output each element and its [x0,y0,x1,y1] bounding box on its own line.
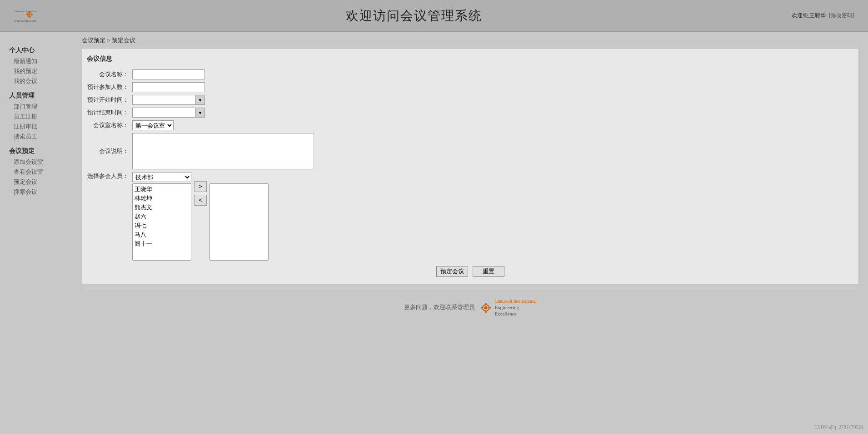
svg-rect-14 [481,307,483,308]
sidebar-item-my-reservations[interactable]: 我的预定 [9,66,73,76]
transfer-left-btn[interactable]: < [194,195,207,206]
footer-brand-text: Chinasoft International Engineering Exce… [494,298,536,317]
end-time-wrapper: ▼ [132,108,205,118]
participants-row: 预计参加人数： [87,82,854,92]
participant-selector-row: 选择参会人员： 技术部销售部行政部 王晓华林雄坤熊杰文赵六冯七马八阁十一 > < [87,172,854,261]
sidebar-item-notices[interactable]: 最新通知 [9,56,73,66]
footer-logo: Chinasoft International Engineering Exce… [479,298,536,317]
form-panel: 会议信息 会议名称： 预计参加人数： 预计开始时间： ▼ 预 [82,48,859,284]
room-select[interactable]: 第一会议室第二会议室第三会议室 [132,120,174,130]
sidebar: 个人中心 最新通知 我的预定 我的会议 人员管理 部门管理 员工注册 注册审批 … [0,32,73,422]
participant-selector-label: 选择参会人员： [87,172,132,180]
start-time-row: 预计开始时间： ▼ [87,95,854,105]
start-time-label: 预计开始时间： [87,96,132,104]
content: 会议预定 > 预定会议 会议信息 会议名称： 预计参加人数： 预计开始时间： ▼ [73,32,868,422]
description-input[interactable] [132,133,314,169]
reserve-btn[interactable]: 预定会议 [436,266,468,277]
svg-rect-15 [489,307,491,308]
sidebar-item-my-meetings[interactable]: 我的会议 [9,76,73,86]
footer-text: 更多问题，欢迎联系管理员 [404,304,475,311]
room-name-label: 会议室名称： [87,121,132,129]
description-row: 会议说明： [87,133,854,169]
svg-rect-12 [485,303,487,305]
sidebar-item-register-approval[interactable]: 注册审批 [9,122,73,132]
start-time-input[interactable] [133,95,195,104]
dept-select[interactable]: 技术部销售部行政部 [132,172,191,182]
transfer-right-btn[interactable]: > [194,181,207,192]
panel-title: 会议信息 [82,53,858,67]
sidebar-section-personal: 个人中心 [9,46,73,54]
participant-area: 技术部销售部行政部 王晓华林雄坤熊杰文赵六冯七马八阁十一 > < [132,172,269,261]
meeting-name-row: 会议名称： [87,69,854,79]
meeting-name-input[interactable] [132,69,205,79]
end-time-picker-btn[interactable]: ▼ [195,108,205,117]
start-time-wrapper: ▼ [132,95,205,105]
sidebar-item-employee-register[interactable]: 员工注册 [9,112,73,122]
sidebar-section-personnel: 人员管理 [9,92,73,100]
logo-icon: Chinasoft International Engineering Exce… [14,7,36,25]
reset-btn[interactable]: 重置 [473,266,504,277]
svg-point-2 [28,13,30,15]
sidebar-item-search-meeting[interactable]: 搜索会议 [9,187,73,197]
description-label: 会议说明： [87,147,132,155]
participants-label: 预计参加人数： [87,83,132,91]
footer: 更多问题，欢迎联系管理员 Chinasoft International Eng… [82,289,859,322]
left-participant-list[interactable]: 王晓华林雄坤熊杰文赵六冯七马八阁十一 [132,183,191,261]
watermark: CSDN @q_2781179521 [814,424,863,429]
main-container: 个人中心 最新通知 我的预定 我的会议 人员管理 部门管理 员工注册 注册审批 … [0,32,868,422]
meeting-name-label: 会议名称： [87,70,132,79]
header-title: 欢迎访问会议管理系统 [346,7,482,25]
action-row: 预定会议 重置 [82,266,858,277]
svg-text:Chinasoft International: Chinasoft International [14,10,36,12]
sidebar-item-search-employee[interactable]: 搜索员工 [9,132,73,142]
footer-logo-icon [479,301,493,315]
participant-left-panel: 技术部销售部行政部 王晓华林雄坤熊杰文赵六冯七马八阁十一 [132,172,191,261]
logo-area: Chinasoft International Engineering Exce… [14,7,36,25]
room-name-row: 会议室名称： 第一会议室第二会议室第三会议室 [87,120,854,130]
sidebar-item-view-rooms[interactable]: 查看会议室 [9,167,73,177]
right-participant-list[interactable] [210,183,269,261]
sidebar-item-reserve-meeting[interactable]: 预定会议 [9,177,73,187]
welcome-text: 欢迎您,王晓华 [792,12,826,19]
end-time-label: 预计结束时间： [87,108,132,117]
svg-point-11 [484,306,488,309]
svg-rect-13 [485,311,487,313]
change-password-link[interactable]: [修改密码] [829,12,854,19]
transfer-buttons: > < [194,172,207,206]
breadcrumb: 会议预定 > 预定会议 [82,36,859,44]
sidebar-section-meeting: 会议预定 [9,147,73,155]
svg-text:Engineering Excellence: Engineering Excellence [14,20,36,22]
participants-input[interactable] [132,82,205,92]
end-time-input[interactable] [133,108,195,117]
start-time-picker-btn[interactable]: ▼ [195,95,205,104]
header-user: 欢迎您,王晓华 [修改密码] [792,12,854,20]
end-time-row: 预计结束时间： ▼ [87,108,854,118]
svg-rect-4 [29,16,30,17]
sidebar-item-dept-mgmt[interactable]: 部门管理 [9,102,73,112]
header: Chinasoft International Engineering Exce… [0,0,868,32]
sidebar-item-add-room[interactable]: 添加会议室 [9,157,73,167]
svg-rect-5 [26,14,28,15]
